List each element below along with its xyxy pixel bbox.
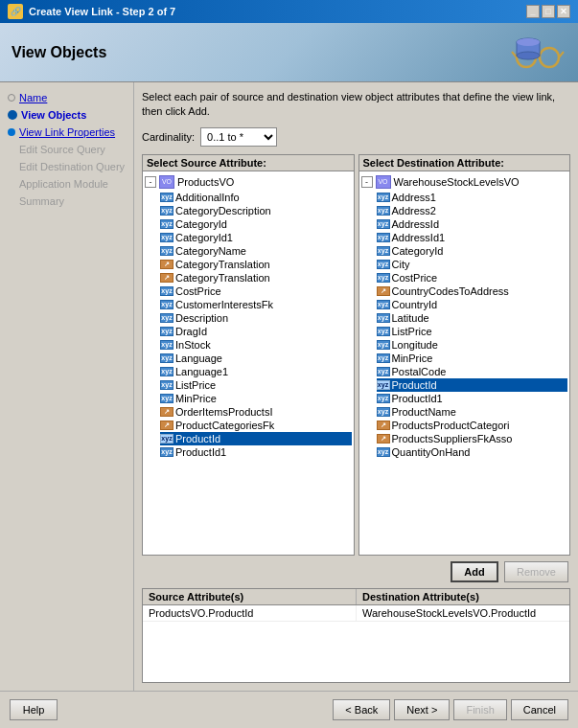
dest-tree-children: xyz Address1 xyz Address2 xyz AddressId	[377, 191, 568, 459]
source-attr-dragid[interactable]: xyz DragId	[160, 325, 352, 338]
finish-button[interactable]: Finish	[453, 699, 506, 720]
dest-cell: WarehouseStockLevelsVO.ProductId	[357, 605, 569, 621]
source-attr-categoryid[interactable]: xyz CategoryId	[160, 217, 352, 231]
dialog-buttons-bar: Help < Back Next > Finish Cancel	[0, 691, 578, 728]
sidebar-item-edit-destination-query: Edit Destination Query	[4, 159, 129, 174]
source-tree-children: xyz AdditionalInfo xyz CategoryDescripti…	[160, 191, 352, 459]
attr-icon: xyz	[160, 380, 173, 390]
sidebar-item-view-objects[interactable]: View Objects	[4, 107, 129, 123]
header-icon	[509, 31, 566, 74]
expand-icon[interactable]: -	[361, 176, 373, 188]
source-attr-minprice[interactable]: xyz MinPrice	[160, 392, 352, 405]
attr-icon: xyz	[377, 233, 390, 242]
dest-attr-costprice[interactable]: xyz CostPrice	[377, 271, 568, 284]
source-attr-categorydescription[interactable]: xyz CategoryDescription	[160, 204, 352, 217]
attr-icon: xyz	[377, 219, 390, 229]
folder-icon: ↗	[160, 407, 173, 417]
dest-root-node[interactable]: - VO WarehouseStockLevelsVO	[361, 173, 568, 191]
source-attr-language1[interactable]: xyz Language1	[160, 365, 352, 378]
svg-point-8	[517, 38, 540, 46]
dest-attribute-panel: Select Destination Attribute: - VO Wareh…	[358, 154, 571, 556]
attr-icon: xyz	[160, 219, 173, 229]
dest-col-header: Destination Attribute(s)	[357, 589, 569, 604]
source-folder-productcategories[interactable]: ↗ ProductCategoriesFk	[160, 419, 352, 432]
source-attr-customerinterests[interactable]: xyz CustomerInterestsFk	[160, 298, 352, 311]
dest-folder-countrycodes[interactable]: ↗ CountryCodesToAddress	[377, 284, 568, 298]
attr-icon: xyz	[160, 434, 173, 444]
attr-icon: xyz	[160, 206, 173, 216]
maximize-button[interactable]: □	[542, 5, 555, 18]
sidebar-item-application-module: Application Module	[4, 176, 129, 192]
attr-icon: xyz	[377, 206, 390, 216]
dest-attr-city[interactable]: xyz City	[377, 258, 568, 271]
minimize-button[interactable]: _	[526, 5, 540, 18]
dest-folder-productssuppliers[interactable]: ↗ ProductsSuppliersFkAsso	[377, 432, 568, 445]
attribute-table: Source Attribute(s) Destination Attribut…	[142, 588, 570, 683]
dest-attr-productid[interactable]: xyz ProductId	[377, 378, 568, 392]
attr-icon: xyz	[160, 327, 173, 336]
next-button[interactable]: Next >	[394, 699, 450, 720]
dest-attr-listprice[interactable]: xyz ListPrice	[377, 325, 568, 338]
main-content: Select each pair of source and destinati…	[134, 82, 578, 691]
dest-attr-countryid[interactable]: xyz CountryId	[377, 298, 568, 311]
cardinality-select[interactable]: 0..1 to * 1 to * 0..1 to 1 1 to 1	[200, 127, 277, 147]
source-attr-instock[interactable]: xyz InStock	[160, 338, 352, 352]
vo-icon: VO	[159, 175, 174, 189]
svg-point-1	[540, 48, 559, 67]
dest-attr-addressid[interactable]: xyz AddressId	[377, 217, 568, 231]
dest-attr-categoryid[interactable]: xyz CategoryId	[377, 244, 568, 258]
cancel-button[interactable]: Cancel	[511, 699, 568, 720]
dest-attr-longitude[interactable]: xyz Longitude	[377, 338, 568, 352]
window-controls[interactable]: _ □ ✕	[526, 5, 570, 18]
app-icon: 🔗	[8, 4, 23, 19]
sidebar-item-name[interactable]: Name	[4, 90, 129, 105]
source-attr-description[interactable]: xyz Description	[160, 311, 352, 325]
dest-attr-quantityonhand[interactable]: xyz QuantityOnHand	[377, 445, 568, 459]
source-folder-categorytranslation2[interactable]: ↗ CategoryTranslation	[160, 271, 352, 284]
dest-attr-address2[interactable]: xyz Address2	[377, 204, 568, 217]
attr-icon: xyz	[377, 327, 390, 336]
source-attr-categoryid1[interactable]: xyz CategoryId1	[160, 231, 352, 244]
attr-icon: xyz	[377, 407, 390, 417]
source-tree-scroll[interactable]: - VO ProductsVO xyz AdditionalInfo xyz	[143, 171, 354, 555]
dest-folder-productcategori[interactable]: ↗ ProductsProductCategori	[377, 419, 568, 432]
dest-attr-productname[interactable]: xyz ProductName	[377, 405, 568, 419]
folder-icon: ↗	[160, 421, 173, 430]
dest-tree-scroll[interactable]: - VO WarehouseStockLevelsVO xyz Address1	[359, 171, 570, 555]
source-attr-listprice[interactable]: xyz ListPrice	[160, 378, 352, 392]
remove-button[interactable]: Remove	[504, 561, 568, 582]
attr-icon: xyz	[377, 394, 390, 403]
source-attr-costprice[interactable]: xyz CostPrice	[160, 284, 352, 298]
add-button[interactable]: Add	[451, 561, 498, 582]
source-attr-categoryname[interactable]: xyz CategoryName	[160, 244, 352, 258]
dest-attr-minprice[interactable]: xyz MinPrice	[377, 352, 568, 365]
dest-panel-header: Select Destination Attribute:	[359, 155, 570, 171]
dest-attr-addressid1[interactable]: xyz AddressId1	[377, 231, 568, 244]
expand-icon[interactable]: -	[145, 176, 156, 188]
source-folder-categorytranslation1[interactable]: ↗ CategoryTranslation	[160, 258, 352, 271]
dest-attr-postalcode[interactable]: xyz PostalCode	[377, 365, 568, 378]
source-folder-orderitems[interactable]: ↗ OrderItemsProductsI	[160, 405, 352, 419]
close-button[interactable]: ✕	[557, 5, 570, 18]
attr-icon: xyz	[377, 313, 390, 323]
sidebar: Name View Objects View Link Properties E…	[0, 82, 134, 691]
source-root-node[interactable]: - VO ProductsVO	[145, 173, 352, 191]
folder-icon: ↗	[160, 260, 173, 269]
table-row[interactable]: ProductsVO.ProductId WarehouseStockLevel…	[143, 605, 569, 622]
dest-attr-latitude[interactable]: xyz Latitude	[377, 311, 568, 325]
source-attr-productid[interactable]: xyz ProductId	[160, 432, 352, 445]
source-attribute-panel: Select Source Attribute: - VO ProductsVO…	[142, 154, 355, 556]
help-button[interactable]: Help	[10, 699, 58, 720]
sidebar-item-view-link-properties[interactable]: View Link Properties	[4, 125, 129, 140]
source-attr-additionalinfo[interactable]: xyz AdditionalInfo	[160, 191, 352, 204]
folder-icon: ↗	[377, 421, 390, 430]
attr-icon: xyz	[160, 193, 173, 202]
attr-icon: xyz	[160, 340, 173, 350]
source-attr-language[interactable]: xyz Language	[160, 352, 352, 365]
attr-icon: xyz	[160, 394, 173, 403]
dest-attr-productid1[interactable]: xyz ProductId1	[377, 392, 568, 405]
source-attr-productid1[interactable]: xyz ProductId1	[160, 445, 352, 459]
dialog-header-title: View Objects	[12, 44, 106, 61]
dest-attr-address1[interactable]: xyz Address1	[377, 191, 568, 204]
back-button[interactable]: < Back	[333, 699, 390, 720]
